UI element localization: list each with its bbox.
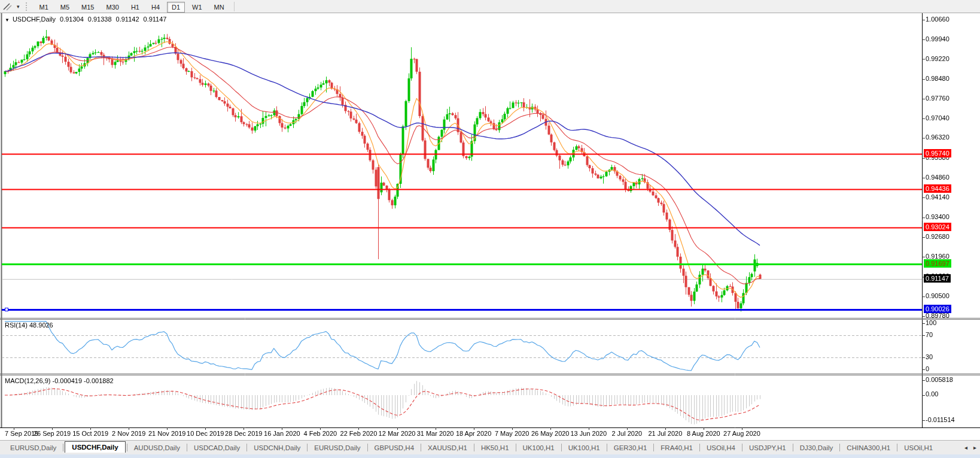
date-tick-label: 12 Mar 2020	[379, 430, 416, 437]
price-line-label: 0.91697	[924, 259, 951, 268]
chart-tab-usdchf-daily[interactable]: USDCHF,Daily	[65, 441, 125, 453]
timeframe-buttons: M1M5M15M30H1H4D1W1MN	[34, 1, 230, 12]
status-strip	[0, 454, 980, 458]
timeframe-D1[interactable]: D1	[167, 2, 185, 13]
toolbar-separator	[234, 2, 235, 11]
chart-tab-usdjpy-h1[interactable]: USDJPY,H1	[744, 442, 792, 453]
indicator-axis-tick: 0.005818	[926, 376, 953, 383]
price-tick: 0.96320	[926, 134, 949, 141]
chart-tab-usoil-h4[interactable]: USOil,H4	[701, 442, 741, 453]
timeframe-H1[interactable]: H1	[126, 2, 144, 13]
price-line-label: 0.91147	[924, 274, 951, 283]
price-tick: 0.98480	[926, 75, 949, 82]
price-tick: 0.99940	[926, 35, 949, 43]
tab-divider	[653, 444, 654, 451]
chart-tab-uk100-h1[interactable]: UK100,H1	[563, 442, 605, 453]
low-value: 0.91142	[116, 16, 139, 23]
macd-value: -0.000419	[52, 377, 82, 384]
indicator-axis-tick: 0	[926, 365, 929, 372]
chart-tab-usdcad-daily[interactable]: USDCAD,Daily	[188, 442, 245, 453]
chart-tab-hk50-h1[interactable]: HK50,H1	[476, 442, 515, 453]
date-tick-label: 21 Jul 2020	[648, 430, 682, 437]
price-line-label: 0.94436	[924, 184, 951, 193]
chart-title: ▼USDCHF,Daily0.913040.913380.911420.9114…	[5, 16, 166, 23]
tab-scroll-right-icon[interactable]: ▸	[973, 444, 976, 451]
timeframe-H4[interactable]: H4	[147, 2, 165, 13]
chart-tab-gbpusd-h4[interactable]: GBPUSD,H4	[369, 442, 419, 453]
timeframe-M30[interactable]: M30	[102, 2, 124, 13]
price-tick: 0.92680	[926, 233, 949, 240]
tab-divider	[839, 444, 840, 451]
tab-divider	[607, 444, 607, 451]
tab-divider	[367, 444, 368, 451]
chart-tab-fra40-h1[interactable]: FRA40,H1	[655, 442, 698, 453]
mt4-window: ▾ M1M5M15M30H1H4D1W1MN ▼USDCHF,Daily0.91…	[0, 0, 980, 458]
tab-divider	[474, 444, 474, 451]
price-tick: 0.99220	[926, 55, 949, 62]
price-line-label: 0.90026	[924, 305, 951, 313]
timeframe-M15[interactable]: M15	[77, 2, 99, 13]
price-tick: 0.94860	[926, 174, 949, 181]
chart-tab-eurusd-daily[interactable]: EURUSD,Daily	[309, 442, 366, 453]
chart-tab-uk100-h1[interactable]: UK100,H1	[518, 442, 560, 453]
date-tick-label: 28 Dec 2019	[225, 430, 262, 437]
date-tick-label: 2 Nov 2019	[112, 430, 145, 437]
tab-divider	[421, 444, 421, 451]
high-value: 0.91338	[88, 16, 112, 23]
date-tick-label: 31 Mar 2020	[417, 430, 454, 437]
price-line-label: 0.93024	[924, 223, 951, 231]
chart-tab-usdcnh-daily[interactable]: USDCNH,Daily	[248, 442, 306, 453]
price-tick: 0.89780	[926, 312, 949, 319]
price-tick: 0.97760	[926, 95, 949, 102]
chart-tab-dj30-daily[interactable]: DJ30,Daily	[795, 442, 839, 453]
price-chart-canvas[interactable]	[0, 0, 980, 458]
line-tool-icon[interactable]	[1, 1, 14, 12]
chart-tab-audusd-daily[interactable]: AUDUSD,Daily	[129, 442, 185, 453]
indicator-axis-tick: -0.011514	[926, 416, 955, 423]
chart-tab-eurusd-daily[interactable]: EURUSD,Daily	[5, 442, 62, 453]
indicator-axis-tick: 100	[926, 319, 936, 326]
price-tick: 0.90500	[926, 292, 949, 299]
tab-divider	[127, 444, 127, 451]
timeframe-M1[interactable]: M1	[35, 2, 53, 13]
date-tick-label: 13 Jun 2020	[570, 430, 607, 437]
close-value: 0.91147	[144, 16, 167, 23]
toolbar-grip[interactable]	[26, 2, 29, 11]
symbol-period-label: USDCHF,Daily	[13, 16, 56, 23]
timeframe-M5[interactable]: M5	[56, 2, 74, 13]
date-tick-label: 27 Aug 2020	[723, 430, 760, 437]
tab-divider	[561, 444, 562, 451]
indicator-axis-tick: 0.00	[926, 390, 938, 398]
chart-tab-ger30-h1[interactable]: GER30,H1	[608, 442, 653, 453]
date-tick-label: 26 May 2020	[531, 430, 570, 437]
macd-indicator-label: MACD(12,26,9) -0.000419 -0.001882	[5, 377, 114, 384]
tab-scroll-left-icon[interactable]: ◂	[964, 444, 967, 451]
tab-scroll-arrows: ◂▸	[964, 444, 976, 451]
macd-signal-value: -0.001882	[84, 377, 114, 384]
collapse-icon[interactable]: ▼	[5, 17, 10, 23]
tab-divider	[793, 444, 793, 451]
line-tool-dropdown-icon[interactable]: ▾	[14, 4, 22, 10]
timeframe-MN[interactable]: MN	[209, 2, 229, 13]
tab-divider	[63, 444, 63, 451]
chart-tab-bar: EURUSD,DailyUSDCHF,DailyAUDUSD,DailyUSDC…	[0, 440, 980, 454]
date-tick-label: 22 Feb 2020	[340, 430, 378, 437]
date-tick-label: 21 Nov 2019	[148, 430, 185, 437]
date-tick-label: 16 Jan 2020	[264, 430, 300, 437]
tab-divider	[187, 444, 187, 451]
timeframe-W1[interactable]: W1	[187, 2, 207, 13]
toolbar: ▾ M1M5M15M30H1H4D1W1MN	[0, 0, 980, 13]
date-tick-label: 26 Sep 2019	[34, 430, 71, 437]
indicator-axis-tick: 30	[926, 353, 933, 360]
date-tick-label: 18 Apr 2020	[456, 430, 491, 437]
chart-tab-xauusd-h1[interactable]: XAUUSD,H1	[422, 442, 473, 453]
chart-tab-usoil-h1[interactable]: USOil,H1	[899, 442, 938, 453]
date-tick-label: 15 Oct 2019	[72, 430, 108, 437]
tab-divider	[699, 444, 700, 451]
date-tick-label: 2 Jul 2020	[611, 430, 642, 437]
tab-divider	[246, 444, 247, 451]
chart-tab-china300-h1[interactable]: CHINA300,H1	[841, 442, 896, 453]
price-tick: 0.93400	[926, 213, 949, 220]
price-line-label: 0.95740	[924, 149, 951, 157]
rsi-value: 48.9026	[29, 321, 53, 329]
